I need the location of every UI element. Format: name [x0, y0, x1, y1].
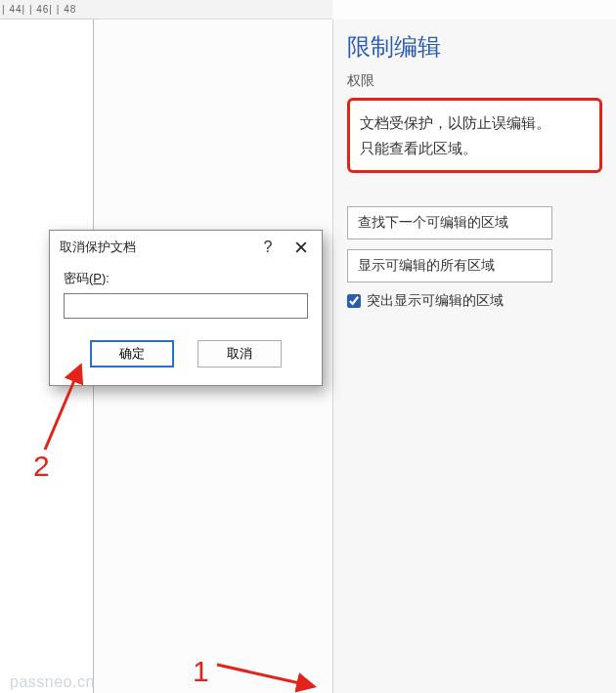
ruler-marks: | 44| | 46| | 48	[2, 4, 76, 15]
restrict-editing-pane: 限制编辑 权限 文档受保护，以防止误编辑。 只能查看此区域。 查找下一个可编辑的…	[332, 20, 616, 693]
find-next-region-button[interactable]: 查找下一个可编辑的区域	[347, 206, 552, 239]
protection-notice-box: 文档受保护，以防止误编辑。 只能查看此区域。	[347, 98, 602, 173]
password-label-hotkey: P	[93, 271, 102, 285]
ok-button[interactable]: 确定	[90, 340, 174, 368]
show-all-regions-button[interactable]: 显示可编辑的所有区域	[347, 249, 552, 282]
password-label: 密码(P):	[64, 270, 308, 287]
ruler: | 44| | 46| | 48	[0, 0, 332, 20]
dialog-title: 取消保护文档	[60, 238, 251, 256]
dialog-close-button[interactable]	[285, 234, 318, 261]
watermark: passneo.cn	[10, 673, 95, 691]
dialog-help-button[interactable]: ?	[251, 234, 285, 261]
password-input[interactable]	[64, 293, 308, 319]
pane-subtitle-permissions: 权限	[347, 72, 602, 90]
dialog-titlebar[interactable]: 取消保护文档 ?	[50, 231, 322, 264]
cancel-button[interactable]: 取消	[198, 340, 282, 368]
highlight-regions-checkbox[interactable]	[347, 294, 361, 308]
unprotect-document-dialog: 取消保护文档 ? 密码(P): 确定 取消	[49, 230, 323, 386]
protection-notice-line1: 文档受保护，以防止误编辑。	[360, 110, 590, 136]
annotation-number-2: 2	[33, 450, 50, 483]
close-icon	[295, 241, 307, 253]
password-label-after: ):	[102, 271, 110, 285]
highlight-regions-label[interactable]: 突出显示可编辑的区域	[367, 292, 504, 310]
protection-notice-line2: 只能查看此区域。	[360, 136, 590, 161]
annotation-number-1: 1	[193, 655, 209, 688]
pane-title: 限制编辑	[347, 31, 602, 63]
password-label-before: 密码(	[64, 271, 93, 285]
